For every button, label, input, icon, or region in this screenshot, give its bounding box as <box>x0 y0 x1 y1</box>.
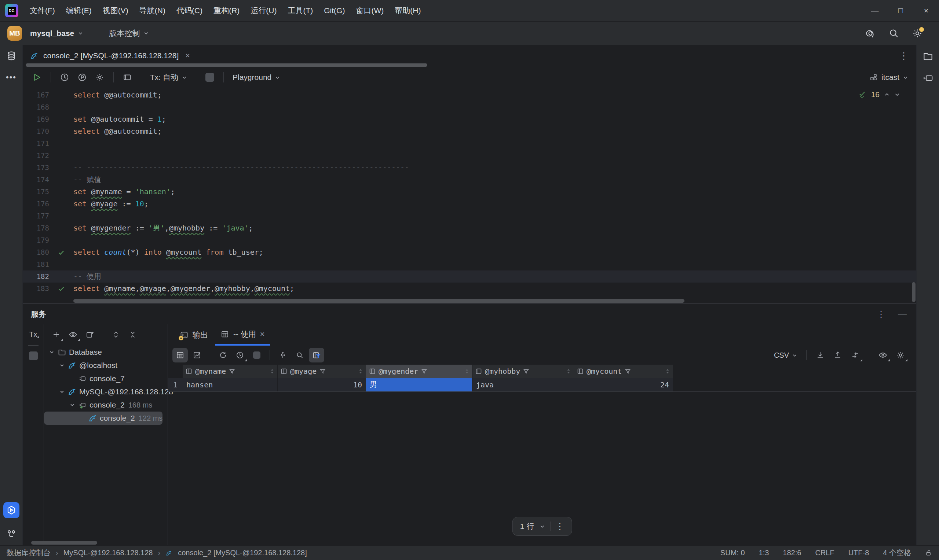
menu-item-w[interactable]: 窗口(W) <box>350 4 389 18</box>
column-header-mygender[interactable]: @mygender <box>366 365 472 378</box>
editor-layout-icon[interactable] <box>120 70 135 85</box>
code-editor[interactable]: 167select @@autocommit;168169set @@autoc… <box>23 88 916 303</box>
tabbar-scrollbar[interactable] <box>26 63 427 67</box>
menu-item-n[interactable]: 导航(N) <box>134 4 171 18</box>
filter-funnel-icon[interactable] <box>319 368 326 375</box>
code-line-178[interactable]: 178set @mygender := '男',@myhobby := 'jav… <box>23 222 916 234</box>
tree-expand-chevron-icon[interactable] <box>57 363 67 368</box>
database-toolwindow-icon[interactable] <box>6 51 17 62</box>
open-in-new-tab-icon[interactable] <box>82 327 97 342</box>
git-toolwindow-icon[interactable] <box>6 529 17 540</box>
vcs-widget[interactable]: 版本控制 <box>106 26 152 41</box>
code-line-174[interactable]: 174-- 赋值 <box>23 174 916 186</box>
run-button[interactable] <box>29 70 45 85</box>
cell-myage[interactable]: 10 <box>278 378 366 391</box>
find-in-grid-icon[interactable] <box>292 348 307 363</box>
auto-refresh-clock-icon[interactable] <box>232 348 248 363</box>
expand-all-icon[interactable] <box>108 327 123 342</box>
menu-item-f[interactable]: 文件(F) <box>24 4 60 18</box>
cursor-position-widget[interactable]: 1:3 <box>759 549 769 557</box>
tree-expand-chevron-icon[interactable] <box>47 349 57 355</box>
stop-button[interactable] <box>202 70 217 85</box>
structure-toolwindow-icon[interactable] <box>922 72 933 83</box>
code-area[interactable]: 167select @@autocommit;168169set @@autoc… <box>23 89 916 295</box>
tab-result-grid[interactable]: -- 使用 × <box>215 325 270 346</box>
code-line-176[interactable]: 176set @myage := 10; <box>23 198 916 210</box>
tx-mode-selector[interactable]: Tx: 自动 <box>147 72 190 83</box>
line-separator-widget[interactable]: CRLF <box>815 549 834 557</box>
pin-tab-icon[interactable] <box>275 348 290 363</box>
pagination-pill[interactable]: 1 行 ⋮ <box>512 517 572 536</box>
view-options-eye-icon[interactable] <box>65 327 81 342</box>
indent-widget[interactable]: 4 个空格 <box>883 548 911 558</box>
stop-process-button[interactable] <box>29 351 38 360</box>
menu-item-r[interactable]: 重构(R) <box>208 4 245 18</box>
ai-assistant-icon[interactable] <box>865 28 876 39</box>
code-line-180[interactable]: 180select count(*) into @mycount from tb… <box>23 246 916 258</box>
menu-item-c[interactable]: 代码(C) <box>171 4 208 18</box>
stop-query-button[interactable] <box>249 348 264 363</box>
export-format-selector[interactable]: CSV <box>771 351 800 360</box>
filter-funnel-icon[interactable] <box>523 368 529 375</box>
window-minimize-button[interactable]: — <box>862 0 888 21</box>
tree-expand-chevron-icon[interactable] <box>57 389 67 395</box>
services-toolwindow-icon[interactable] <box>3 502 19 518</box>
add-connection-icon[interactable] <box>48 327 64 342</box>
row-number-cell[interactable]: 1 <box>168 378 183 391</box>
column-header-myage[interactable]: @myage <box>278 365 366 378</box>
menu-item-v[interactable]: 视图(V) <box>97 4 134 18</box>
code-line-172[interactable]: 172 <box>23 149 916 162</box>
window-close-button[interactable]: × <box>913 0 939 21</box>
menu-item-t[interactable]: 工具(T) <box>282 4 318 18</box>
chart-view-icon[interactable] <box>189 348 205 363</box>
breadcrumb-item[interactable]: console_2 [MySQL-@192.168.128.128] <box>178 549 307 557</box>
tree-item-mysql@192.168.128.128[interactable]: MySQL-@192.168.128.128 <box>44 385 168 398</box>
playground-selector[interactable]: Playground <box>230 73 283 82</box>
cell-mycount[interactable]: 24 <box>574 378 673 391</box>
more-toolwindows-icon[interactable]: ••• <box>6 72 17 82</box>
editor-horizontal-scrollbar[interactable] <box>73 299 685 303</box>
code-line-177[interactable]: 177 <box>23 210 916 222</box>
code-line-182[interactable]: 182-- 使用 <box>23 271 916 283</box>
column-header-myhobby[interactable]: @myhobby <box>472 365 574 378</box>
schema-selector[interactable]: itcast <box>869 73 908 82</box>
settings-gear-icon[interactable] <box>912 28 923 39</box>
column-header-myname[interactable]: @myname <box>183 365 278 378</box>
services-hide-icon[interactable]: — <box>898 309 907 319</box>
tab-close-icon[interactable]: × <box>260 329 265 339</box>
code-line-175[interactable]: 175set @myname = 'hansen'; <box>23 186 916 198</box>
collapse-all-icon[interactable] <box>125 327 140 342</box>
window-maximize-button[interactable]: □ <box>888 0 913 21</box>
menu-item-h[interactable]: 帮助(H) <box>389 4 426 18</box>
tree-expand-chevron-icon[interactable] <box>68 402 77 408</box>
code-line-170[interactable]: 170select @@autocommit; <box>23 125 916 137</box>
code-line-171[interactable]: 171 <box>23 137 916 149</box>
code-line-168[interactable]: 168 <box>23 101 916 113</box>
view-eye-icon[interactable] <box>875 348 891 363</box>
grid-view-icon[interactable] <box>173 348 188 363</box>
code-line-173[interactable]: 173-- ----------------------------------… <box>23 162 916 174</box>
tab-output[interactable]: 输出 <box>174 325 213 346</box>
filter-funnel-icon[interactable] <box>421 368 427 375</box>
column-header-mycount[interactable]: @mycount <box>574 365 673 378</box>
compare-icon[interactable] <box>848 348 863 363</box>
editor-vertical-scrollbar[interactable] <box>912 282 916 302</box>
menu-item-u[interactable]: 运行(U) <box>245 4 282 18</box>
line-column-widget[interactable]: 182:6 <box>783 549 801 557</box>
grid-settings-gear-icon[interactable] <box>893 348 908 363</box>
sum-widget[interactable]: SUM: 0 <box>720 549 745 557</box>
search-icon[interactable] <box>888 28 899 39</box>
cell-myhobby[interactable]: java <box>472 378 574 391</box>
services-options-icon[interactable]: ⋮ <box>877 309 885 319</box>
tab-close-icon[interactable]: × <box>185 51 190 60</box>
query-history-icon[interactable] <box>57 70 72 85</box>
tree-item-console_2[interactable]: console_2168 ms <box>44 398 168 412</box>
tree-item-@localhost[interactable]: @localhost <box>44 359 168 372</box>
column-filter-icon[interactable] <box>309 348 324 363</box>
tree-item-console_7[interactable]: console_7 <box>44 372 168 385</box>
code-line-167[interactable]: 167select @@autocommit; <box>23 89 916 101</box>
code-line-179[interactable]: 179 <box>23 234 916 246</box>
console-settings-gear-icon[interactable] <box>92 70 108 85</box>
explain-plan-icon[interactable] <box>74 70 90 85</box>
inspections-widget[interactable]: 16 <box>858 90 900 99</box>
